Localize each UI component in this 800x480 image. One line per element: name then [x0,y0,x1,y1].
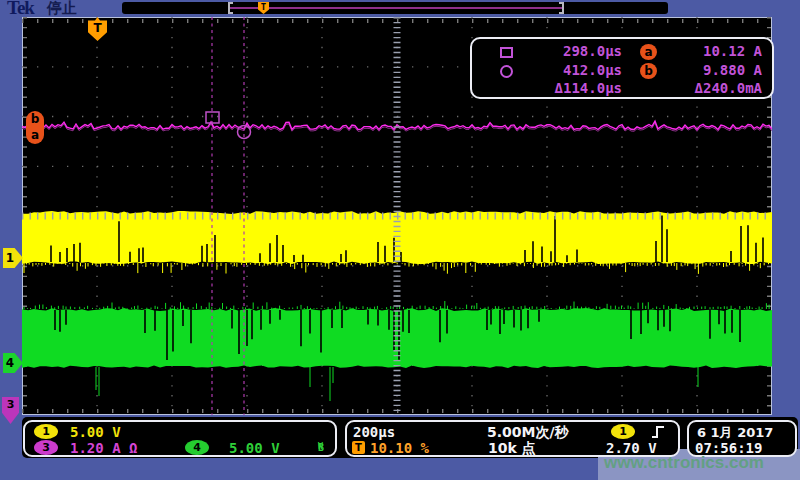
cursor1-time: 298.0μs [563,43,622,59]
ch3-coupling: Ω [129,440,137,456]
record-trigger-icon: T [258,2,269,14]
trigger-position: 10.10 % [370,440,429,456]
cursor2-time: 412.0μs [563,62,622,78]
cursor-delta-value: Δ240.0mA [695,80,762,96]
record-window-bracket-left [228,2,233,14]
cursor-b-label: b [31,112,40,126]
ch4-scale: 5.00 V [229,440,280,456]
ch1-scale: 5.00 V [70,424,121,440]
datetime-box: 6 1月 2017 07:56:19 [687,420,797,457]
cursor-ab-level-icon: ba [26,111,44,144]
record-window-bracket-right [559,2,564,14]
ch3-badge: 3 [34,440,58,455]
cursor-a-badge: a [640,44,657,60]
cursor-a-label: a [31,128,39,142]
cursor-a-value: 10.12 A [703,43,762,59]
cursor-delta-time: Δ114.0μs [555,80,622,96]
ch4-position-icon: 4 [3,353,23,373]
ch3-scale: 1.20 A [70,440,121,456]
ch3-position-icon: 3 [2,397,19,424]
ch1-position-icon: 1 [3,248,23,268]
acquisition-status: 停止 [47,0,77,18]
record-view-bar: T [122,2,668,14]
ch1-badge: 1 [34,424,58,439]
cursor1-square-icon [500,47,513,58]
vertical-settings-box: 1 5.00 V 3 1.20 A Ω 4 5.00 V BW [23,420,337,457]
trigger-pos-icon: T [352,441,365,454]
oscilloscope-screen: Tek 停止 T T ba 1 4 3 298.0μs a 10.12 A 41… [0,0,800,480]
horizontal-trigger-box: 200μs T 10.10 % 5.00M次/秒 10k 点 1 2.70 V [345,420,680,457]
record-length: 10k 点 [488,440,536,458]
watermark-text: www.cntronics.com [604,453,800,473]
cursor-b-badge: b [640,63,657,79]
trigger-source-badge: 1 [611,424,635,439]
timebase: 200μs [353,424,395,440]
cursor-readout-box: 298.0μs a 10.12 A 412.0μs b 9.880 A Δ114… [470,37,774,99]
ch4-badge: 4 [185,440,209,455]
cursor-b-value: 9.880 A [703,62,762,78]
rising-edge-icon [650,424,666,439]
record-waveform-line [230,7,562,9]
cursor2-circle-icon [500,65,513,78]
